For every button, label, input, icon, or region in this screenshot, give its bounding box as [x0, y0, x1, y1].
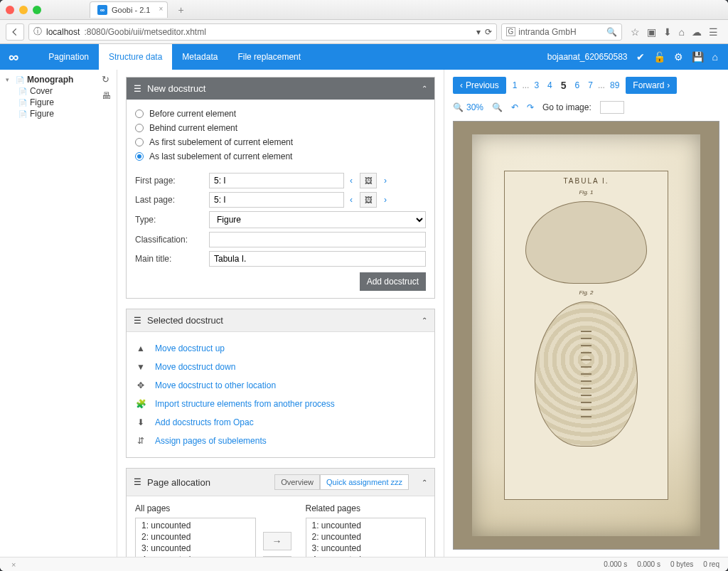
star-icon[interactable]: ☆ [631, 26, 640, 38]
dropdown-icon[interactable]: ▾ [476, 27, 481, 37]
close-statusbar-icon[interactable]: × [11, 560, 16, 569]
page-list-item[interactable]: 3: uncounted [136, 543, 255, 554]
pager-page[interactable]: 1 [509, 79, 521, 92]
search-icon[interactable]: 🔍 [606, 27, 617, 37]
print-icon[interactable]: 🖶 [102, 90, 111, 101]
reload-icon[interactable]: ⟳ [485, 27, 492, 37]
type-select[interactable]: Figure [209, 211, 426, 228]
page-image-icon[interactable]: 🖼 [360, 192, 377, 208]
pager-page[interactable]: 7 [584, 79, 596, 92]
add-docstruct-button[interactable]: Add docstruct [360, 272, 426, 291]
tree-root[interactable]: ▾ 📄 Monograph [6, 74, 111, 85]
home-icon[interactable]: ⌂ [712, 51, 718, 63]
tree-item[interactable]: 📄Cover [18, 85, 111, 97]
rotate-left-icon[interactable]: ↶ [511, 102, 518, 112]
menu-icon[interactable]: ☰ [709, 26, 718, 38]
zoom-out-icon[interactable]: 🔍 [453, 102, 464, 112]
page-list-item[interactable]: 2: uncounted [306, 531, 426, 543]
close-tab-icon[interactable]: × [159, 5, 164, 13]
docstruct-action[interactable]: 🧩Import structure elements from another … [135, 395, 426, 413]
tab-quick-assignment[interactable]: Quick assignment zzz [320, 474, 409, 490]
page-list-item[interactable]: 2: uncounted [136, 531, 255, 543]
page-list-item[interactable]: 3: uncounted [306, 543, 426, 554]
goto-image-label: Go to image: [542, 102, 592, 112]
previous-button[interactable]: ‹Previous [453, 77, 506, 94]
tree-item[interactable]: 📄Figure [18, 108, 111, 119]
figure-label: Fig. 1 [579, 189, 593, 196]
tab-file-replacement[interactable]: File replacement [228, 44, 311, 70]
back-button[interactable] [6, 23, 24, 41]
docstruct-action[interactable]: ⇵Assign pages of subelements [135, 432, 426, 450]
position-radio-row[interactable]: As first subelement of current element [135, 135, 426, 149]
tab-overview[interactable]: Overview [274, 474, 320, 490]
page-list-item[interactable]: 1: uncounted [306, 520, 426, 531]
radio-label: Behind current element [149, 123, 237, 133]
browser-tab[interactable]: ∞ Goobi - 2.1 × [90, 1, 168, 18]
home-icon[interactable]: ⌂ [679, 26, 685, 38]
related-pages-list[interactable]: 1: uncounted2: uncounted3: uncounted4: u… [306, 518, 427, 557]
position-radio-row[interactable]: As last subelement of current element [135, 149, 426, 164]
first-page-input[interactable] [209, 173, 344, 188]
type-label: Type: [135, 215, 203, 225]
collapse-icon[interactable]: ⌃ [422, 85, 427, 92]
position-radio-row[interactable]: Behind current element [135, 121, 426, 135]
refresh-tree-icon[interactable]: ↻ [102, 74, 111, 85]
pager-page[interactable]: 3 [530, 79, 542, 92]
page-image-icon[interactable]: 🖼 [360, 173, 377, 188]
assign-right-button[interactable]: → [263, 532, 291, 550]
docstruct-action[interactable]: ⬇Add docstructs from Opac [135, 413, 426, 432]
tab-structure-data[interactable]: Structure data [99, 44, 172, 70]
close-window-button[interactable] [6, 6, 14, 14]
tab-pagination[interactable]: Pagination [38, 44, 99, 70]
globe-icon: ⓘ [33, 26, 42, 38]
pager-page[interactable]: 6 [572, 79, 584, 92]
tab-metadata[interactable]: Metadata [172, 44, 228, 70]
download-icon[interactable]: ⬇ [663, 26, 672, 38]
classification-input[interactable] [209, 232, 426, 247]
pager-page[interactable]: 5 [557, 78, 570, 92]
position-radio-row[interactable]: Before current element [135, 107, 426, 121]
maximize-window-button[interactable] [33, 6, 41, 14]
radio-icon[interactable] [135, 124, 144, 132]
docstruct-action[interactable]: ▲Move docstruct up [135, 339, 426, 358]
docstruct-action[interactable]: ▼Move docstruct down [135, 358, 426, 376]
tree-item-label: Figure [30, 109, 54, 119]
radio-icon[interactable] [135, 152, 144, 161]
radio-icon[interactable] [135, 110, 144, 118]
zoom-in-icon[interactable]: 🔍 [492, 102, 503, 112]
forward-button[interactable]: Forward› [626, 77, 677, 94]
check-icon[interactable]: ✔ [636, 51, 645, 63]
save-icon[interactable]: 💾 [692, 51, 704, 63]
window-titlebar: ∞ Goobi - 2.1 × + [0, 0, 728, 20]
docstruct-action[interactable]: ✥Move docstruct to other location [135, 376, 426, 395]
rotate-right-icon[interactable]: ↷ [527, 102, 534, 112]
app-logo-icon[interactable]: ∞ [9, 49, 18, 65]
main-title-input[interactable] [209, 251, 426, 267]
page-next-icon[interactable]: › [384, 195, 387, 205]
browser-search[interactable]: G intranda GmbH 🔍 [501, 23, 622, 41]
pager-page[interactable]: 4 [544, 79, 556, 92]
collapse-icon[interactable]: ⌃ [422, 316, 427, 324]
goto-image-input[interactable] [600, 101, 624, 114]
image-viewer[interactable]: TABULA I. Fig. 1 Fig. 2 [453, 121, 719, 550]
turtle-illustration-icon [525, 201, 646, 284]
all-pages-list[interactable]: 1: uncounted2: uncounted3: uncounted4: u… [135, 518, 256, 557]
new-tab-button[interactable]: + [178, 4, 183, 16]
pager-page[interactable]: 89 [606, 79, 623, 92]
chat-icon[interactable]: ☁ [692, 26, 702, 38]
collapse-icon[interactable]: ⌃ [422, 479, 427, 486]
unlock-icon[interactable]: 🔓 [653, 51, 665, 63]
tree-item[interactable]: 📄Figure [18, 97, 111, 108]
caret-down-icon[interactable]: ▾ [6, 76, 13, 83]
radio-icon[interactable] [135, 138, 144, 146]
last-page-input[interactable] [209, 192, 344, 208]
file-icon: 📄 [18, 87, 27, 95]
pocket-icon[interactable]: ▣ [647, 26, 656, 38]
gear-icon[interactable]: ⚙ [674, 51, 683, 63]
page-list-item[interactable]: 1: uncounted [136, 520, 255, 531]
page-prev-icon[interactable]: ‹ [350, 176, 353, 186]
page-next-icon[interactable]: › [384, 176, 387, 186]
minimize-window-button[interactable] [19, 6, 28, 14]
page-prev-icon[interactable]: ‹ [350, 195, 353, 205]
address-bar[interactable]: ⓘ localhost:8080/Goobi/uii/metseditor.xh… [28, 23, 497, 41]
